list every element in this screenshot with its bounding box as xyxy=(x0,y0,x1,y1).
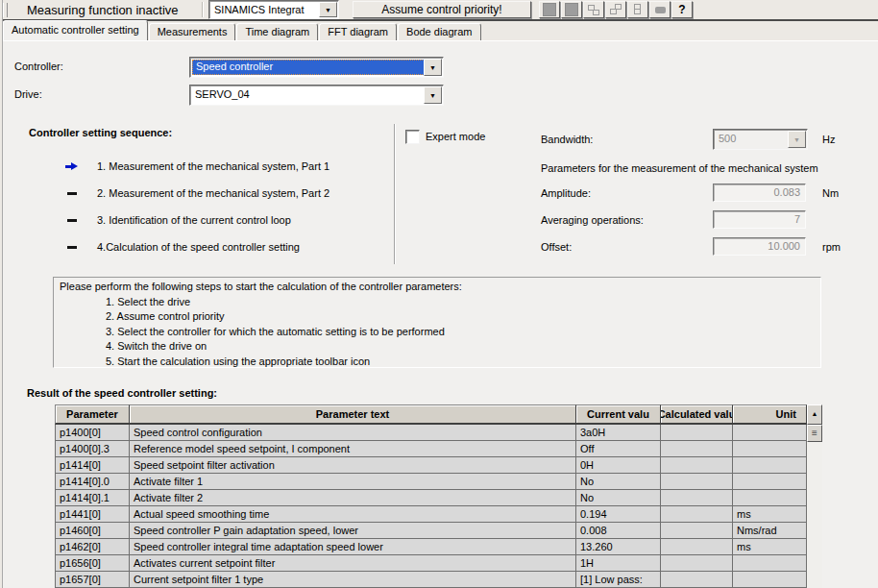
toolbar-icon-button[interactable]: ? xyxy=(671,1,693,18)
toolbar-icon-button[interactable] xyxy=(627,1,648,18)
cell-parameter-text: Activates current setpoint filter xyxy=(130,555,576,572)
cell-current-value: 0.008 xyxy=(576,523,661,539)
bandwidth-unit-label: Hz xyxy=(822,134,835,145)
cell-unit xyxy=(733,572,807,588)
drive-combobox-dropdown-button[interactable]: ▼ xyxy=(424,86,442,104)
cell-parameter: p1656[0] xyxy=(55,555,130,572)
bandwidth-label: Bandwidth: xyxy=(541,134,593,145)
cell-parameter: p1441[0] xyxy=(55,506,130,523)
toolbar-icon-button[interactable] xyxy=(649,1,671,18)
cell-parameter: p1400[0] xyxy=(55,425,130,441)
tab[interactable]: Automatic controller setting xyxy=(3,20,148,40)
cell-calculated-value xyxy=(661,572,733,588)
sequence-step-text: 3. Identification of the current control… xyxy=(97,214,291,226)
chevron-down-icon: ▼ xyxy=(325,7,331,13)
table-row[interactable]: p1441[0] Actual speed smoothing time 0.1… xyxy=(55,506,822,523)
instruction-step: 4. Switch the drive on xyxy=(106,339,815,355)
table-row[interactable]: p1414[0].1 Activate filter 2 No xyxy=(55,490,822,506)
step-up-icon xyxy=(609,4,622,15)
table-row[interactable]: p1656[0] Activates current setpoint filt… xyxy=(55,555,822,572)
triangle-up-icon: ▲ xyxy=(812,410,818,417)
cell-unit: Nms/rad xyxy=(733,523,807,539)
grip-lines-icon: ≡ xyxy=(812,429,817,438)
expert-mode-label: Expert mode xyxy=(426,131,485,142)
table-row[interactable]: p1400[0].3 Reference model speed setpoin… xyxy=(55,441,822,457)
chevron-down-icon: ▼ xyxy=(429,64,436,71)
automatic-controller-setting-window: Measuring function inactive SINAMICS Int… xyxy=(0,0,878,588)
cell-current-value: 1H xyxy=(576,555,661,572)
table-row[interactable]: p1414[0] Speed setpoint filter activatio… xyxy=(55,457,822,474)
averaging-operations-field: 7 xyxy=(713,210,806,229)
toolbar-icon-button[interactable] xyxy=(605,1,626,18)
scroll-up-button[interactable]: ▲ xyxy=(807,404,822,425)
tab[interactable]: Measurements xyxy=(149,23,236,40)
table-vertical-scrollbar[interactable]: ▲ ≡ xyxy=(807,404,822,588)
device-combobox[interactable]: SINAMICS Integrat ▼ xyxy=(208,0,339,19)
sequence-step: 3. Identification of the current control… xyxy=(65,207,329,233)
instruction-step: 3. Select the controller for which the a… xyxy=(106,325,815,340)
table-row[interactable]: p1462[0] Speed controller integral time … xyxy=(55,539,822,555)
measuring-status-label: Measuring function inactive xyxy=(27,3,202,17)
cell-unit: ms xyxy=(733,506,807,523)
table-row[interactable]: p1414[0].0 Activate filter 1 No xyxy=(55,474,822,490)
scrollbar-thumb[interactable]: ≡ xyxy=(807,425,822,442)
cell-current-value: 13.260 xyxy=(576,539,661,555)
cell-parameter-text: Reference model speed setpoint, I compon… xyxy=(130,441,576,457)
instruction-box: Please perform the following steps to st… xyxy=(53,277,821,368)
cell-parameter-text: Activate filter 2 xyxy=(130,490,576,506)
sequence-title: Controller setting sequence: xyxy=(29,127,172,138)
table-row[interactable]: p1460[0] Speed controller P gain adaptat… xyxy=(55,523,822,539)
column-header-parameter[interactable]: Parameter xyxy=(55,404,130,425)
chevron-down-icon: ▼ xyxy=(793,136,800,143)
column-header-unit[interactable]: Unit xyxy=(733,404,807,425)
cell-unit xyxy=(733,555,807,572)
sequence-step-marker-icon xyxy=(65,160,81,172)
cell-unit xyxy=(733,474,807,490)
cell-unit xyxy=(733,490,807,506)
toolbar-separator xyxy=(202,2,204,17)
cell-current-value: No xyxy=(576,490,661,506)
sequence-step: 1. Measurement of the mechanical system,… xyxy=(65,153,329,180)
drive-combobox-value: SERVO_04 xyxy=(192,87,425,103)
table-row[interactable]: p1657[0] Current setpoint filter 1 type … xyxy=(55,572,822,588)
tab[interactable]: Bode diagram xyxy=(398,23,481,40)
column-header-calculated-value[interactable]: Calculated valu xyxy=(661,404,733,425)
toolbar-grip-handle[interactable] xyxy=(3,3,8,17)
assume-control-priority-button[interactable]: Assume control priority! xyxy=(353,1,531,18)
cell-unit: ms xyxy=(733,539,807,555)
step-chain-icon xyxy=(587,4,600,15)
column-header-parameter-text[interactable]: Parameter text xyxy=(130,404,576,425)
table-header-row: Parameter Parameter text Current valu Ca… xyxy=(55,404,822,425)
table-row[interactable]: p1400[0] Speed control configuration 3a0… xyxy=(55,425,822,441)
instruction-step: 2. Assume control priority xyxy=(106,309,815,325)
instruction-step: 1. Select the drive xyxy=(106,295,815,310)
controller-combobox[interactable]: Speed controller ▼ xyxy=(189,57,444,78)
instruction-intro: Please perform the following steps to st… xyxy=(60,280,815,295)
cell-calculated-value xyxy=(661,490,733,506)
controller-label: Controller: xyxy=(14,61,63,72)
column-header-current-value[interactable]: Current valu xyxy=(576,404,661,425)
averaging-operations-label: Averaging operations: xyxy=(541,214,644,226)
toolbar-icon-button[interactable] xyxy=(539,1,560,18)
controller-combobox-value: Speed controller xyxy=(192,60,425,75)
offset-field: 10.000 xyxy=(713,237,806,256)
offset-label: Offset: xyxy=(541,241,572,253)
tab[interactable]: Time diagram xyxy=(236,23,318,40)
cell-calculated-value xyxy=(661,457,733,474)
sequence-step-text: 1. Measurement of the mechanical system,… xyxy=(97,160,329,172)
cell-current-value: Off xyxy=(576,441,661,457)
controller-combobox-dropdown-button[interactable]: ▼ xyxy=(424,59,442,76)
tab[interactable]: FFT diagram xyxy=(319,23,397,40)
cell-current-value: 3a0H xyxy=(576,425,661,441)
tab-strip: Automatic controller setting Measurement… xyxy=(0,21,878,40)
cell-calculated-value xyxy=(661,523,733,539)
expert-mode-checkbox[interactable] xyxy=(405,130,420,144)
tab-label: Bode diagram xyxy=(406,26,473,37)
help-icon: ? xyxy=(678,4,685,15)
device-combobox-dropdown-button[interactable]: ▼ xyxy=(319,2,337,17)
instruction-step: 5. Start the calculation using the appro… xyxy=(106,355,815,370)
cell-parameter: p1414[0] xyxy=(55,457,130,474)
toolbar-icon-button[interactable] xyxy=(583,1,604,18)
toolbar-icon-button[interactable] xyxy=(561,1,582,18)
drive-combobox[interactable]: SERVO_04 ▼ xyxy=(189,85,444,106)
